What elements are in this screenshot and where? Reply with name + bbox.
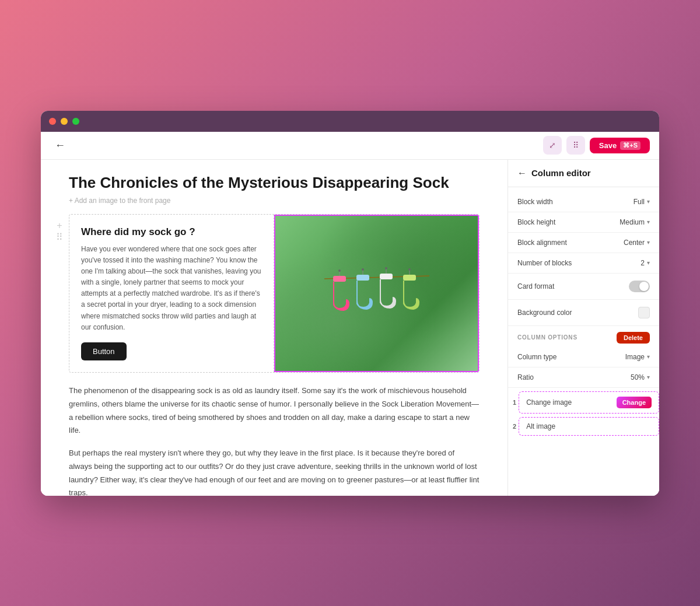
close-button[interactable] — [49, 118, 56, 125]
block-heading: Where did my sock go ? — [81, 226, 262, 238]
sock-image — [275, 216, 478, 372]
chevron-down-icon: ▾ — [647, 239, 650, 246]
column-type-row: Column type Image ▾ — [508, 347, 659, 367]
block-width-label: Block width — [517, 198, 553, 206]
panel-settings: Block width Full ▾ Block height Medium ▾ — [508, 187, 659, 444]
traffic-lights — [49, 118, 79, 125]
article-title: The Chronicles of the Mysterious Disappe… — [69, 174, 480, 192]
ratio-value: 50% — [631, 373, 645, 381]
add-block-button[interactable]: + — [55, 221, 64, 230]
chevron-down-icon: ▾ — [647, 198, 650, 205]
block-height-label: Block height — [517, 218, 555, 226]
card-format-label: Card format — [517, 282, 554, 290]
block-alignment-value: Center — [624, 239, 645, 247]
num-blocks-label: Number of blocks — [517, 259, 572, 267]
socks-illustration — [318, 253, 435, 334]
save-label: Save — [599, 141, 617, 150]
svg-rect-10 — [403, 275, 416, 281]
alt-image-label: Alt image — [526, 422, 555, 430]
block-cta-button[interactable]: Button — [81, 342, 127, 360]
chevron-down-icon: ▾ — [647, 374, 650, 380]
block-width-select[interactable]: Full ▾ — [634, 198, 650, 206]
image-column[interactable]: FULL WIDTH + + — [274, 215, 479, 373]
svg-point-12 — [408, 268, 411, 271]
article-paragraph-2: But perhaps the real mystery isn't where… — [69, 447, 480, 496]
block-alignment-label: Block alignment — [517, 239, 567, 247]
chevron-down-icon: ▾ — [647, 353, 650, 360]
change-image-label: Change image — [526, 398, 572, 407]
num-blocks-select[interactable]: 2 ▾ — [640, 259, 650, 267]
bg-color-swatch[interactable] — [638, 307, 650, 318]
column-options-label: COLUMN OPTIONS — [517, 334, 578, 341]
panel-title: Column editor — [531, 168, 591, 178]
row-2-number: 2 — [513, 423, 516, 430]
chevron-down-icon: ▾ — [647, 219, 650, 225]
card-format-toggle[interactable] — [629, 281, 650, 292]
grid-icon: ⠿ — [573, 141, 579, 150]
maximize-button[interactable] — [72, 118, 79, 125]
text-column: Where did my sock go ? Have you ever won… — [69, 215, 274, 373]
row-1-number: 1 — [513, 399, 516, 406]
ratio-label: Ratio — [517, 373, 534, 381]
panel-back-button[interactable]: ← — [517, 168, 527, 178]
svg-point-6 — [362, 268, 364, 271]
svg-point-3 — [338, 269, 341, 272]
block-controls: + ⠿ — [55, 221, 64, 242]
editor-area[interactable]: The Chronicles of the Mysterious Disappe… — [41, 160, 508, 496]
svg-point-9 — [385, 267, 387, 269]
alt-image-box: Alt image — [519, 417, 659, 436]
save-shortcut: ⌘+S — [620, 141, 640, 150]
change-image-button[interactable]: Change — [617, 397, 652, 408]
svg-rect-1 — [333, 276, 346, 282]
toolbar: ← ⤢ ⠿ Save ⌘+S — [41, 132, 659, 160]
column-type-select[interactable]: Image ▾ — [625, 353, 650, 361]
app-body: ← ⤢ ⠿ Save ⌘+S The Chronicles of the Mys… — [41, 132, 659, 496]
block-height-select[interactable]: Medium ▾ — [620, 218, 650, 226]
add-image-link[interactable]: + Add an image to the front page — [69, 197, 480, 205]
drag-block-button[interactable]: ⠿ — [55, 233, 64, 242]
external-link-icon: ⤢ — [549, 141, 556, 150]
alt-image-numbered-row: 2 Alt image — [509, 417, 659, 436]
card-format-row: Card format — [508, 274, 659, 300]
external-link-button[interactable]: ⤢ — [543, 136, 562, 155]
delete-button[interactable]: Delete — [617, 332, 650, 344]
change-image-numbered-row: 1 Change image Change — [509, 391, 659, 414]
app-window: ← ⤢ ⠿ Save ⌘+S The Chronicles of the Mys… — [41, 111, 659, 496]
back-button[interactable]: ← — [50, 137, 70, 154]
panel-header: ← Column editor — [508, 160, 659, 187]
right-panel: ← Column editor Block width Full ▾ Bl — [508, 160, 659, 496]
titlebar — [41, 111, 659, 132]
block-container: + ⠿ Where did my sock go ? Have you ever… — [69, 214, 480, 373]
article-paragraph-1: The phenomenon of the disappearing sock … — [69, 384, 480, 437]
ratio-row: Ratio 50% ▾ — [508, 367, 659, 388]
bg-color-row: Background color — [508, 300, 659, 326]
main-content: The Chronicles of the Mysterious Disappe… — [41, 160, 659, 496]
chevron-down-icon: ▾ — [647, 260, 650, 266]
svg-rect-7 — [380, 274, 393, 279]
num-blocks-row: Number of blocks 2 ▾ — [508, 253, 659, 274]
ratio-select[interactable]: 50% ▾ — [631, 373, 650, 381]
column-type-label: Column type — [517, 353, 556, 361]
minimize-button[interactable] — [61, 118, 68, 125]
block-height-value: Medium — [620, 218, 645, 226]
block-alignment-row: Block alignment Center ▾ — [508, 233, 659, 253]
save-button[interactable]: Save ⌘+S — [590, 138, 650, 153]
grid-view-button[interactable]: ⠿ — [566, 136, 585, 155]
column-type-value: Image — [625, 353, 645, 361]
bg-color-label: Background color — [517, 309, 572, 317]
block-width-value: Full — [634, 198, 645, 206]
change-image-box: Change image Change — [519, 391, 659, 414]
block-height-row: Block height Medium ▾ — [508, 212, 659, 233]
two-col-block: Where did my sock go ? Have you ever won… — [69, 214, 480, 373]
toolbar-left: ← — [50, 137, 70, 154]
block-width-row: Block width Full ▾ — [508, 192, 659, 212]
block-alignment-select[interactable]: Center ▾ — [624, 239, 650, 247]
column-options-header: COLUMN OPTIONS Delete — [508, 326, 659, 347]
toolbar-right: ⤢ ⠿ Save ⌘+S — [543, 136, 650, 155]
block-body: Have you ever wondered where that one so… — [81, 244, 262, 334]
svg-rect-4 — [356, 275, 369, 281]
num-blocks-value: 2 — [640, 259, 645, 267]
